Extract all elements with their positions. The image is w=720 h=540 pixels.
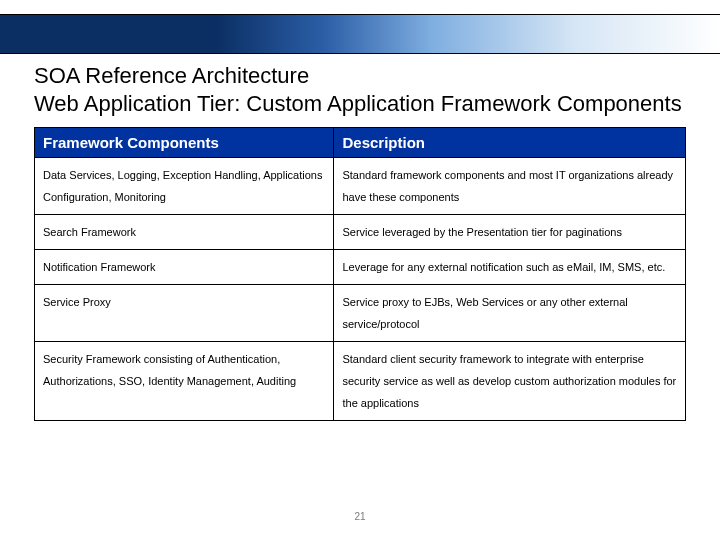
header-banner	[0, 14, 720, 54]
table-row: Search Framework Service leveraged by th…	[35, 215, 686, 250]
content-area: SOA Reference ArchitectureWeb Applicatio…	[34, 62, 686, 421]
cell-description: Service leveraged by the Presentation ti…	[334, 215, 686, 250]
table-header-row: Framework Components Description	[35, 128, 686, 158]
cell-component: Search Framework	[35, 215, 334, 250]
slide: SOA Reference ArchitectureWeb Applicatio…	[0, 0, 720, 540]
cell-component: Service Proxy	[35, 285, 334, 342]
slide-title: SOA Reference ArchitectureWeb Applicatio…	[34, 62, 686, 117]
cell-component: Data Services, Logging, Exception Handli…	[35, 158, 334, 215]
table-row: Service Proxy Service proxy to EJBs, Web…	[35, 285, 686, 342]
table-row: Data Services, Logging, Exception Handli…	[35, 158, 686, 215]
cell-description: Standard framework components and most I…	[334, 158, 686, 215]
header-component: Framework Components	[35, 128, 334, 158]
header-description: Description	[334, 128, 686, 158]
table-row: Security Framework consisting of Authent…	[35, 342, 686, 421]
cell-description: Service proxy to EJBs, Web Services or a…	[334, 285, 686, 342]
table-row: Notification Framework Leverage for any …	[35, 250, 686, 285]
page-number: 21	[0, 511, 720, 522]
cell-component: Security Framework consisting of Authent…	[35, 342, 334, 421]
cell-description: Standard client security framework to in…	[334, 342, 686, 421]
framework-table: Framework Components Description Data Se…	[34, 127, 686, 421]
cell-component: Notification Framework	[35, 250, 334, 285]
cell-description: Leverage for any external notification s…	[334, 250, 686, 285]
